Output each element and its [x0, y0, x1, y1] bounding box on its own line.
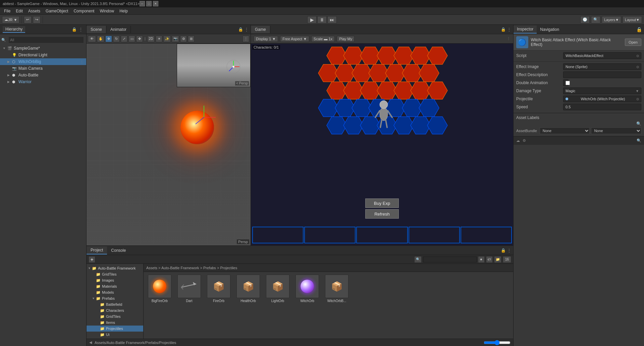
scene-scale-btn[interactable]: ⤢: [121, 36, 127, 42]
asset-item-lightorb[interactable]: 📦 LightOrb: [264, 275, 291, 303]
redo-button[interactable]: ↪: [33, 16, 41, 23]
project-menu-icon[interactable]: ⋮: [507, 248, 511, 253]
ft-item-images[interactable]: 📁 Images: [87, 277, 143, 283]
search-asset-btn[interactable]: 🔍: [414, 256, 422, 263]
scene-grid-btn[interactable]: ⊞: [188, 36, 195, 42]
game-viewport[interactable]: Characters: 0/1: [251, 44, 513, 245]
add-component-icon[interactable]: ☁: [516, 138, 520, 143]
search-button[interactable]: 🔍: [591, 16, 600, 23]
open-button[interactable]: Open: [625, 39, 641, 46]
scene-fx-btn[interactable]: ✨: [163, 36, 171, 42]
asset-item-bigfireorb[interactable]: BigFireOrb: [146, 275, 173, 303]
asset-search-input[interactable]: [423, 256, 477, 263]
undo-button[interactable]: ↩: [24, 16, 32, 23]
hierarchy-search-input[interactable]: [9, 37, 84, 43]
projectile-pick-icon[interactable]: ⊙: [636, 97, 639, 101]
refresh-button[interactable]: Refresh: [365, 209, 399, 219]
play-mode-btn[interactable]: Play My: [337, 36, 355, 42]
scene-rotate-btn[interactable]: ↻: [113, 36, 120, 42]
projectile-value[interactable]: WitchOrb (Witch Projectile) ⊙: [563, 96, 641, 102]
menu-gameobject[interactable]: GameObject: [43, 8, 71, 14]
path-navigate-icon[interactable]: ◀: [89, 340, 92, 345]
aspect-selector[interactable]: Free Aspect ▼: [280, 36, 309, 42]
script-value[interactable]: WitchBasicAttackEffect ⊙: [563, 52, 641, 59]
inspector-search-icon[interactable]: 🔍: [637, 138, 641, 143]
ft-item-auto-battle-framework[interactable]: ▼ 📁 Auto-Battle Framework: [87, 265, 143, 271]
hierarchy-item-warrior[interactable]: ▶ ⬢ Warrior: [0, 78, 86, 85]
filter-type-btn[interactable]: 📁: [494, 256, 501, 263]
asset-bundle-select[interactable]: None: [540, 127, 590, 134]
display-selector[interactable]: Display 1 ▼: [254, 36, 278, 42]
hierarchy-menu-icon[interactable]: ⋮: [78, 27, 84, 32]
settings-icon[interactable]: ⚙: [523, 138, 526, 143]
restore-button[interactable]: □: [146, 1, 152, 6]
effect-image-pick-icon[interactable]: ⊙: [636, 65, 639, 69]
hierarchy-item-witchorbig[interactable]: ▶ ⬡ WitchOrbBig ⋮: [0, 58, 86, 65]
menu-help[interactable]: Help: [117, 8, 130, 14]
scale-control[interactable]: Scale ▬ 1x: [311, 36, 335, 42]
menu-component[interactable]: Component: [71, 8, 97, 14]
ft-item-materials[interactable]: 📁 Materials: [87, 283, 143, 289]
scene-view-btn[interactable]: 👁: [88, 36, 96, 42]
game-menu-icon[interactable]: ⋮: [507, 27, 511, 32]
close-button[interactable]: ✕: [153, 1, 158, 6]
ft-item-battlefield[interactable]: 📁 Battlefield: [87, 301, 143, 307]
menu-window[interactable]: Window: [97, 8, 117, 14]
scene-transform-btn[interactable]: ✤: [136, 36, 143, 42]
buy-exp-button[interactable]: Buy Exp: [365, 198, 399, 208]
scene-rect-btn[interactable]: ▭: [128, 36, 135, 42]
account-button[interactable]: ☁ JR ▼: [2, 16, 19, 23]
step-button[interactable]: ⏭: [327, 16, 337, 23]
hierarchy-item-main-camera[interactable]: 📷 Main Camera: [0, 65, 86, 72]
scene-more-btn[interactable]: ⋮: [243, 36, 249, 42]
ft-item-models[interactable]: 📁 Models: [87, 289, 143, 295]
scene-move-btn[interactable]: ✥: [105, 36, 112, 42]
minimize-button[interactable]: ─: [140, 1, 145, 6]
hierarchy-item-samplegame[interactable]: ▼ 🎬 SampleGame*: [0, 45, 86, 52]
zoom-slider[interactable]: [484, 341, 511, 345]
scene-lock-icon[interactable]: 🔒: [238, 27, 243, 32]
ft-item-ui[interactable]: 📁 Ui: [87, 332, 143, 338]
pause-button[interactable]: ⏸: [317, 16, 327, 23]
scene-menu-icon[interactable]: ⋮: [245, 27, 249, 32]
ft-item-characters[interactable]: 📁 Characters: [87, 307, 143, 313]
scene-hand-btn[interactable]: ✋: [97, 36, 104, 42]
add-asset-btn[interactable]: +: [89, 256, 95, 263]
asset-item-fireorb[interactable]: 📦 FireOrb: [205, 275, 232, 303]
hierarchy-tab[interactable]: Hierarchy: [3, 26, 25, 33]
project-tab[interactable]: Project: [87, 246, 107, 254]
asset-item-healthorb[interactable]: 📦 HealthOrb: [235, 275, 262, 303]
double-anim-value[interactable]: [563, 79, 569, 86]
animator-tab[interactable]: Animator: [106, 26, 131, 33]
asset-item-witchorb[interactable]: WitchOrb: [294, 275, 321, 303]
hierarchy-lock-icon[interactable]: 🔒: [71, 27, 77, 32]
ft-item-prefabs[interactable]: ▼ 📁 Prefabs: [87, 295, 143, 301]
effect-image-value[interactable]: None (Sprite) ⊙: [563, 63, 641, 70]
scene-tab[interactable]: Scene: [87, 26, 106, 33]
play-button[interactable]: ▶: [307, 16, 317, 23]
ft-item-items[interactable]: 📁 Items: [87, 320, 143, 326]
hierarchy-item-auto-battle[interactable]: ▶ ⬢ Auto-Battle: [0, 72, 86, 78]
scene-viewport[interactable]: < Persp Persp: [87, 44, 251, 245]
console-tab[interactable]: Console: [107, 247, 130, 254]
scene-light-btn[interactable]: ☀: [156, 36, 162, 42]
damage-type-value[interactable]: Magic ▼: [563, 88, 641, 94]
scene-cam-btn[interactable]: 📷: [172, 36, 179, 42]
asset-item-witchorbb[interactable]: 📦 WitchOrbB...: [323, 275, 350, 303]
ft-item-gridtiles[interactable]: 📁 GridTiles: [87, 271, 143, 277]
inspector-lock-icon[interactable]: 🔒: [636, 27, 642, 32]
scene-2d-btn[interactable]: 2D: [147, 36, 155, 42]
asset-item-dart[interactable]: Dart: [176, 275, 203, 303]
game-tab[interactable]: Game: [251, 26, 270, 33]
game-more-icon[interactable]: ⋮: [507, 37, 511, 41]
double-anim-checkbox[interactable]: [566, 81, 570, 85]
layers-button[interactable]: Layers ▼: [602, 16, 621, 23]
asset-variant-select[interactable]: None: [591, 127, 641, 134]
scene-gizmo-btn[interactable]: ⚙: [180, 36, 187, 42]
project-lock-icon[interactable]: 🔒: [501, 248, 506, 253]
game-lock-icon[interactable]: 🔒: [501, 27, 506, 32]
asset-labels-search-icon[interactable]: 🔍: [636, 121, 641, 126]
menu-edit[interactable]: Edit: [13, 8, 25, 14]
speed-value[interactable]: 0.5: [563, 104, 641, 110]
inspector-tab[interactable]: Inspector: [514, 25, 537, 34]
